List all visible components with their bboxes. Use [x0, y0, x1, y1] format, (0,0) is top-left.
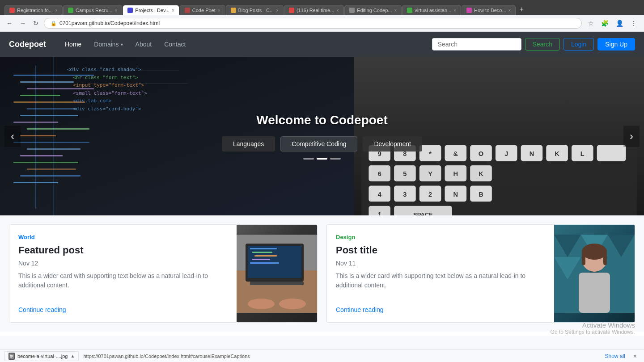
svg-text:SPACE: SPACE — [413, 211, 433, 215]
nav-contact[interactable]: Contact — [159, 37, 191, 51]
hero-content: Welcome to Codepoet Languages Competitiv… — [222, 113, 422, 160]
browser-tab-1[interactable]: Campus Recru...× — [63, 5, 122, 15]
svg-rect-73 — [252, 252, 272, 253]
card-2-text: This is a wider card with supporting tex… — [336, 271, 545, 302]
browser-toolbar: ← → ↻ 🔒 0701pawan.github.io/Codepoet/ind… — [0, 15, 644, 32]
carousel-next-button[interactable]: › — [623, 126, 640, 147]
card-1-link[interactable]: Continue reading — [18, 306, 228, 313]
card-1-content: World Featured post Nov 12 This is a wid… — [9, 225, 237, 322]
svg-text:J: J — [504, 150, 508, 157]
card-1-category[interactable]: World — [18, 234, 228, 240]
svg-text:*: * — [429, 150, 432, 157]
tab-close-5[interactable]: × — [336, 8, 339, 13]
svg-rect-14 — [20, 155, 63, 156]
browser-tab-0[interactable]: Registration fo...× — [4, 5, 63, 15]
extensions-button[interactable]: 🧩 — [598, 18, 611, 29]
svg-text:N: N — [530, 150, 534, 157]
laptop-svg — [237, 235, 317, 313]
svg-rect-5 — [20, 95, 60, 96]
person-image — [554, 225, 635, 322]
card-1-date: Nov 12 — [18, 260, 228, 267]
svg-rect-18 — [13, 182, 58, 183]
card-2-date: Nov 11 — [336, 260, 545, 267]
tab-close-4[interactable]: × — [276, 8, 279, 13]
nav-search-area: Search Login Sign Up — [432, 38, 635, 51]
carousel-prev-button[interactable]: ‹ — [4, 126, 21, 147]
carousel-indicator-2[interactable] — [317, 158, 327, 160]
tab-close-8[interactable]: × — [508, 8, 511, 13]
svg-rect-68 — [248, 246, 301, 278]
navbar: Codepoet Home Domains ▾ About Contact Se… — [0, 32, 644, 57]
tab-close-6[interactable]: × — [394, 8, 397, 13]
svg-point-85 — [582, 244, 607, 260]
tab-close-0[interactable]: × — [55, 8, 58, 13]
site-wrapper: Codepoet Home Domains ▾ About Contact Se… — [0, 32, 644, 336]
browser-tab-5[interactable]: (116) Real time...× — [284, 5, 344, 15]
hero-buttons: Languages Competitive Coding Development — [222, 136, 422, 152]
card-1-image — [237, 225, 317, 322]
forward-button[interactable]: → — [18, 18, 28, 29]
card-2-link[interactable]: Continue reading — [336, 306, 545, 313]
svg-rect-10 — [27, 128, 89, 130]
svg-text:6: 6 — [378, 170, 381, 177]
svg-rect-74 — [254, 255, 277, 257]
svg-rect-64 — [597, 145, 626, 161]
svg-text:B: B — [479, 191, 483, 198]
address-bar[interactable]: 🔒 0701pawan.github.io/Codepoet/index.htm… — [44, 18, 582, 29]
svg-rect-3 — [20, 81, 74, 83]
code-text: <div class="card-shadow"> <hr class="for… — [67, 66, 147, 113]
hero-btn-development[interactable]: Development — [363, 136, 422, 152]
reload-button[interactable]: ↻ — [31, 18, 40, 29]
hero-btn-competitive-coding[interactable]: Competitive Coding — [280, 136, 357, 152]
svg-rect-17 — [20, 175, 80, 177]
svg-text:Y: Y — [428, 170, 432, 177]
tab-close-7[interactable]: × — [453, 8, 456, 13]
nav-home[interactable]: Home — [59, 37, 87, 51]
tab-close-3[interactable]: × — [218, 8, 220, 13]
svg-rect-13 — [27, 148, 80, 150]
back-button[interactable]: ← — [4, 18, 14, 29]
svg-text:N: N — [453, 191, 458, 198]
browser-tab-7[interactable]: virtual assistan...× — [402, 5, 461, 15]
address-text: 0701pawan.github.io/Codepoet/index.html — [59, 20, 160, 26]
carousel-indicator-3[interactable] — [330, 158, 341, 160]
browser-actions: ☆ 🧩 👤 ⋮ — [585, 18, 640, 29]
card-1-title: Featured post — [18, 244, 228, 257]
lock-icon: 🔒 — [51, 21, 57, 26]
browser-tab-4[interactable]: Blog Posts - C...× — [226, 5, 284, 15]
signup-button[interactable]: Sign Up — [597, 38, 635, 51]
browser-tab-3[interactable]: Code Poet× — [180, 5, 225, 15]
svg-text:5: 5 — [403, 170, 407, 177]
svg-rect-15 — [13, 162, 78, 163]
tab-close-1[interactable]: × — [114, 8, 117, 13]
browser-tab-2[interactable]: Projects | Dev...× — [123, 5, 179, 15]
svg-rect-87 — [603, 252, 607, 265]
menu-button[interactable]: ⋮ — [628, 18, 640, 29]
svg-rect-76 — [250, 262, 279, 264]
search-input[interactable] — [432, 38, 521, 51]
svg-rect-75 — [252, 259, 270, 260]
hero-btn-languages[interactable]: Languages — [222, 136, 275, 152]
navbar-brand[interactable]: Codepoet — [9, 40, 46, 49]
bookmark-button[interactable]: ☆ — [585, 18, 597, 29]
svg-text:1: 1 — [378, 211, 381, 215]
new-tab-button[interactable]: + — [516, 4, 527, 15]
nav-domains[interactable]: Domains ▾ — [89, 37, 128, 51]
browser-tab-6[interactable]: Editing Codep...× — [344, 5, 402, 15]
card-2-image — [554, 225, 635, 322]
svg-text:K: K — [479, 170, 483, 177]
laptop-image — [237, 225, 317, 322]
svg-rect-72 — [250, 248, 277, 249]
search-button[interactable]: Search — [525, 38, 560, 51]
profile-button[interactable]: 👤 — [613, 18, 626, 29]
svg-rect-86 — [582, 252, 585, 265]
login-button[interactable]: Login — [564, 38, 594, 51]
browser-chrome: Registration fo...×Campus Recru...×Proje… — [0, 0, 644, 15]
blog-card-2: Design Post title Nov 11 This is a wider… — [326, 224, 635, 323]
nav-about[interactable]: About — [130, 37, 157, 51]
card-2-category[interactable]: Design — [336, 234, 545, 240]
blog-card-1: World Featured post Nov 12 This is a wid… — [9, 224, 318, 323]
carousel-indicator-1[interactable] — [303, 158, 314, 160]
browser-tab-8[interactable]: How to Beco...× — [462, 5, 516, 15]
tab-close-2[interactable]: × — [172, 8, 174, 13]
